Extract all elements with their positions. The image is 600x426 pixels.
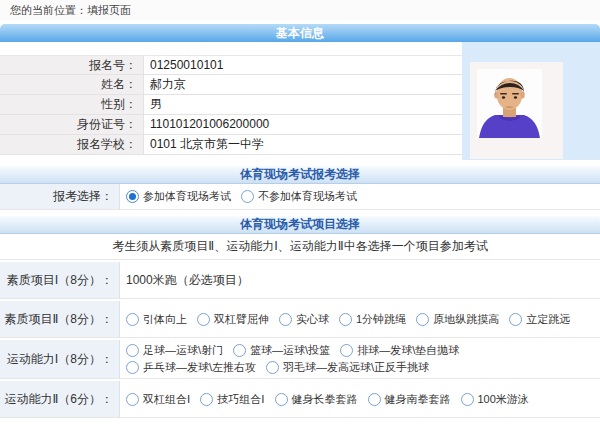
radio-option-table-tennis[interactable]: 乒乓球—发球\左推右攻	[126, 360, 256, 375]
radio-option-attend[interactable]: 参加体育现场考试	[126, 189, 231, 204]
radio-label: 羽毛球—发高远球\正反手挑球	[283, 360, 429, 375]
radio-icon[interactable]	[339, 313, 352, 326]
table-row: 姓名： 郝力京	[0, 75, 462, 95]
radio-icon[interactable]	[126, 361, 139, 374]
radio-icon[interactable]	[126, 190, 139, 203]
radio-label: 1分钟跳绳	[356, 312, 406, 327]
photo-cell	[462, 42, 600, 160]
radio-option-nanquan[interactable]: 健身南拳套路	[368, 392, 451, 407]
field-label-id-number: 身份证号：	[0, 115, 143, 134]
radio-option-vertical-jump[interactable]: 原地纵跳摸高	[416, 312, 499, 327]
table-row: 报名学校： 0101 北京市第一中学	[0, 135, 462, 155]
radio-label: 技巧组合Ⅰ	[217, 392, 264, 407]
radio-icon[interactable]	[233, 344, 246, 357]
radio-label: 参加体育现场考试	[143, 189, 231, 204]
field-label-school: 报名学校：	[0, 135, 143, 154]
sport-ability-2-row: 运动能力Ⅱ（6分）： 双杠组合Ⅰ 技巧组合Ⅰ 健身长拳套路 健身南拳套路 100…	[0, 381, 600, 418]
quality-item-2-options: 引体向上 双杠臂屈伸 实心球 1分钟跳绳 原地纵跳摸高 立定跳远	[120, 301, 600, 337]
radio-option-standing-long-jump[interactable]: 立定跳远	[509, 312, 570, 327]
radio-option-basketball[interactable]: 篮球—运球\投篮	[233, 343, 330, 358]
radio-option-soccer[interactable]: 足球—运球\射门	[126, 343, 223, 358]
radio-icon[interactable]	[279, 313, 292, 326]
sport-ability-1-label: 运动能力Ⅰ（8分）：	[0, 340, 120, 378]
radio-icon[interactable]	[509, 313, 522, 326]
sport-ability-1-options: 足球—运球\射门 篮球—运球\投篮 排球—发球\垫自抛球 乒乓球—发球\左推右攻…	[120, 340, 600, 378]
radio-label: 双杠组合Ⅰ	[143, 392, 190, 407]
field-label-gender: 性别：	[0, 95, 143, 114]
radio-icon[interactable]	[368, 393, 381, 406]
radio-icon[interactable]	[266, 361, 279, 374]
radio-icon[interactable]	[200, 393, 213, 406]
radio-icon[interactable]	[416, 313, 429, 326]
radio-icon[interactable]	[461, 393, 474, 406]
radio-icon[interactable]	[275, 393, 288, 406]
field-value-gender: 男	[143, 95, 462, 114]
radio-icon[interactable]	[197, 313, 210, 326]
photo-frame	[470, 62, 563, 159]
radio-label: 排球—发球\垫自抛球	[357, 343, 459, 358]
item-choice-note: 考生须从素质项目Ⅱ、运动能力Ⅰ、运动能力Ⅱ中各选择一个项目参加考试	[0, 234, 600, 260]
section-title-item-choice: 体育现场考试项目选择	[0, 216, 600, 234]
field-value-id-number: 110101201006200000	[143, 115, 462, 134]
radio-label: 不参加体育现场考试	[258, 189, 357, 204]
radio-icon[interactable]	[126, 313, 139, 326]
radio-label: 100米游泳	[478, 392, 529, 407]
radio-icon[interactable]	[340, 344, 353, 357]
field-value-reg-number: 01250010101	[143, 56, 462, 74]
radio-option-not-attend[interactable]: 不参加体育现场考试	[241, 189, 357, 204]
table-row: 性别： 男	[0, 95, 462, 115]
radio-option-gymnastics-combo[interactable]: 技巧组合Ⅰ	[200, 392, 264, 407]
radio-label: 引体向上	[143, 312, 187, 327]
radio-option-parallel-bars-combo[interactable]: 双杠组合Ⅰ	[126, 392, 190, 407]
table-row: 身份证号： 110101201006200000	[0, 115, 462, 135]
breadcrumb: 您的当前位置：填报页面	[0, 0, 600, 20]
quality-item-1-value: 1000米跑（必选项目）	[126, 272, 249, 289]
exam-choice-label: 报考选择：	[0, 184, 120, 209]
exam-choice-row: 报考选择： 参加体育现场考试 不参加体育现场考试	[0, 184, 600, 210]
sport-ability-1-row: 运动能力Ⅰ（8分）： 足球—运球\射门 篮球—运球\投篮 排球—发球\垫自抛球 …	[0, 340, 600, 379]
radio-option-volleyball[interactable]: 排球—发球\垫自抛球	[340, 343, 459, 358]
radio-label: 篮球—运球\投篮	[250, 343, 330, 358]
radio-option-swimming-100m[interactable]: 100米游泳	[461, 392, 529, 407]
radio-icon[interactable]	[126, 344, 139, 357]
basic-info-fields: 报名号： 01250010101 姓名： 郝力京 性别： 男 身份证号： 110…	[0, 42, 462, 160]
field-label-reg-number: 报名号：	[0, 56, 143, 74]
table-row: 报名号： 01250010101	[0, 55, 462, 75]
radio-label: 健身长拳套路	[292, 392, 358, 407]
sport-ability-2-options: 双杠组合Ⅰ 技巧组合Ⅰ 健身长拳套路 健身南拳套路 100米游泳	[120, 381, 600, 417]
radio-option-parallel-bar-dip[interactable]: 双杠臂屈伸	[197, 312, 269, 327]
radio-option-badminton[interactable]: 羽毛球—发高远球\正反手挑球	[266, 360, 429, 375]
quality-item-1-row: 素质项目Ⅰ（8分）： 1000米跑（必选项目）	[0, 262, 600, 299]
radio-icon[interactable]	[126, 393, 139, 406]
radio-label: 足球—运球\射门	[143, 343, 223, 358]
candidate-photo	[477, 69, 542, 138]
radio-option-rope-skipping[interactable]: 1分钟跳绳	[339, 312, 406, 327]
field-label-name: 姓名：	[0, 75, 143, 94]
radio-label: 乒乓球—发球\左推右攻	[143, 360, 256, 375]
radio-option-solid-ball[interactable]: 实心球	[279, 312, 329, 327]
radio-label: 实心球	[296, 312, 329, 327]
section-title-basic-info: 基本信息	[0, 24, 600, 42]
field-value-name: 郝力京	[143, 75, 462, 94]
basic-info-table: 报名号： 01250010101 姓名： 郝力京 性别： 男 身份证号： 110…	[0, 42, 600, 160]
quality-item-2-label: 素质项目Ⅱ（8分）：	[0, 301, 120, 337]
exam-choice-options: 参加体育现场考试 不参加体育现场考试	[120, 184, 600, 209]
radio-label: 双杠臂屈伸	[214, 312, 269, 327]
radio-option-changquan[interactable]: 健身长拳套路	[275, 392, 358, 407]
radio-label: 健身南拳套路	[385, 392, 451, 407]
sport-ability-2-label: 运动能力Ⅱ（6分）：	[0, 381, 120, 417]
field-value-school: 0101 北京市第一中学	[143, 135, 462, 154]
quality-item-2-row: 素质项目Ⅱ（8分）： 引体向上 双杠臂屈伸 实心球 1分钟跳绳 原地纵跳摸高	[0, 301, 600, 338]
radio-icon[interactable]	[241, 190, 254, 203]
radio-option-pull-up[interactable]: 引体向上	[126, 312, 187, 327]
section-title-exam-choice: 体育现场考试报考选择	[0, 166, 600, 184]
fill-in-page: 您的当前位置：填报页面 基本信息 报名号： 01250010101 姓名： 郝力…	[0, 0, 600, 426]
quality-item-1-label: 素质项目Ⅰ（8分）：	[0, 262, 120, 298]
radio-label: 原地纵跳摸高	[433, 312, 499, 327]
radio-label: 立定跳远	[526, 312, 570, 327]
